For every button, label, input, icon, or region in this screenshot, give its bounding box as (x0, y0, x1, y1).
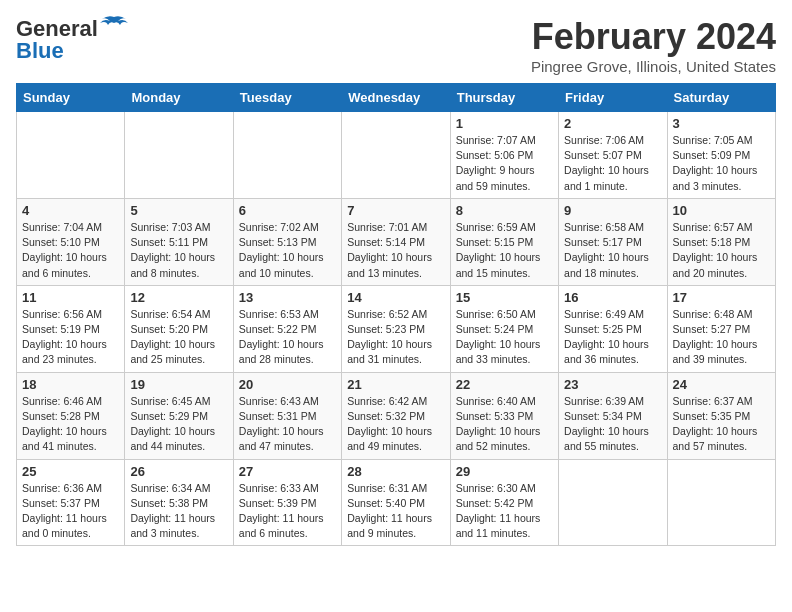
day-info: Sunrise: 6:52 AM Sunset: 5:23 PM Dayligh… (347, 307, 444, 368)
calendar-cell: 14Sunrise: 6:52 AM Sunset: 5:23 PM Dayli… (342, 285, 450, 372)
calendar-cell (17, 112, 125, 199)
calendar-cell: 28Sunrise: 6:31 AM Sunset: 5:40 PM Dayli… (342, 459, 450, 546)
day-number: 7 (347, 203, 444, 218)
logo-blue: Blue (16, 38, 64, 64)
calendar-cell: 8Sunrise: 6:59 AM Sunset: 5:15 PM Daylig… (450, 198, 558, 285)
calendar-cell: 27Sunrise: 6:33 AM Sunset: 5:39 PM Dayli… (233, 459, 341, 546)
day-number: 17 (673, 290, 770, 305)
day-info: Sunrise: 7:02 AM Sunset: 5:13 PM Dayligh… (239, 220, 336, 281)
calendar-cell: 6Sunrise: 7:02 AM Sunset: 5:13 PM Daylig… (233, 198, 341, 285)
calendar-cell: 2Sunrise: 7:06 AM Sunset: 5:07 PM Daylig… (559, 112, 667, 199)
calendar-week-row: 18Sunrise: 6:46 AM Sunset: 5:28 PM Dayli… (17, 372, 776, 459)
day-number: 1 (456, 116, 553, 131)
calendar-cell: 26Sunrise: 6:34 AM Sunset: 5:38 PM Dayli… (125, 459, 233, 546)
calendar-cell: 5Sunrise: 7:03 AM Sunset: 5:11 PM Daylig… (125, 198, 233, 285)
page-header: General Blue February 2024 Pingree Grove… (16, 16, 776, 75)
col-header-friday: Friday (559, 84, 667, 112)
calendar-cell: 4Sunrise: 7:04 AM Sunset: 5:10 PM Daylig… (17, 198, 125, 285)
calendar-cell: 23Sunrise: 6:39 AM Sunset: 5:34 PM Dayli… (559, 372, 667, 459)
calendar-cell: 25Sunrise: 6:36 AM Sunset: 5:37 PM Dayli… (17, 459, 125, 546)
day-info: Sunrise: 6:30 AM Sunset: 5:42 PM Dayligh… (456, 481, 553, 542)
col-header-tuesday: Tuesday (233, 84, 341, 112)
calendar-cell: 9Sunrise: 6:58 AM Sunset: 5:17 PM Daylig… (559, 198, 667, 285)
day-number: 19 (130, 377, 227, 392)
logo-bird-icon (100, 15, 128, 37)
location: Pingree Grove, Illinois, United States (531, 58, 776, 75)
day-info: Sunrise: 6:49 AM Sunset: 5:25 PM Dayligh… (564, 307, 661, 368)
day-info: Sunrise: 6:57 AM Sunset: 5:18 PM Dayligh… (673, 220, 770, 281)
calendar-cell: 20Sunrise: 6:43 AM Sunset: 5:31 PM Dayli… (233, 372, 341, 459)
day-info: Sunrise: 6:48 AM Sunset: 5:27 PM Dayligh… (673, 307, 770, 368)
day-number: 3 (673, 116, 770, 131)
calendar-cell (342, 112, 450, 199)
day-info: Sunrise: 6:56 AM Sunset: 5:19 PM Dayligh… (22, 307, 119, 368)
day-info: Sunrise: 6:36 AM Sunset: 5:37 PM Dayligh… (22, 481, 119, 542)
calendar-table: SundayMondayTuesdayWednesdayThursdayFrid… (16, 83, 776, 546)
day-info: Sunrise: 7:01 AM Sunset: 5:14 PM Dayligh… (347, 220, 444, 281)
day-info: Sunrise: 7:05 AM Sunset: 5:09 PM Dayligh… (673, 133, 770, 194)
day-info: Sunrise: 6:42 AM Sunset: 5:32 PM Dayligh… (347, 394, 444, 455)
day-info: Sunrise: 6:58 AM Sunset: 5:17 PM Dayligh… (564, 220, 661, 281)
day-info: Sunrise: 6:39 AM Sunset: 5:34 PM Dayligh… (564, 394, 661, 455)
day-info: Sunrise: 7:03 AM Sunset: 5:11 PM Dayligh… (130, 220, 227, 281)
day-info: Sunrise: 6:40 AM Sunset: 5:33 PM Dayligh… (456, 394, 553, 455)
day-number: 16 (564, 290, 661, 305)
day-number: 23 (564, 377, 661, 392)
day-number: 18 (22, 377, 119, 392)
calendar-cell: 15Sunrise: 6:50 AM Sunset: 5:24 PM Dayli… (450, 285, 558, 372)
calendar-cell: 24Sunrise: 6:37 AM Sunset: 5:35 PM Dayli… (667, 372, 775, 459)
day-number: 5 (130, 203, 227, 218)
col-header-saturday: Saturday (667, 84, 775, 112)
calendar-cell: 29Sunrise: 6:30 AM Sunset: 5:42 PM Dayli… (450, 459, 558, 546)
day-number: 13 (239, 290, 336, 305)
calendar-week-row: 11Sunrise: 6:56 AM Sunset: 5:19 PM Dayli… (17, 285, 776, 372)
title-block: February 2024 Pingree Grove, Illinois, U… (531, 16, 776, 75)
day-number: 25 (22, 464, 119, 479)
calendar-cell: 11Sunrise: 6:56 AM Sunset: 5:19 PM Dayli… (17, 285, 125, 372)
day-info: Sunrise: 6:53 AM Sunset: 5:22 PM Dayligh… (239, 307, 336, 368)
col-header-sunday: Sunday (17, 84, 125, 112)
calendar-cell: 3Sunrise: 7:05 AM Sunset: 5:09 PM Daylig… (667, 112, 775, 199)
day-number: 15 (456, 290, 553, 305)
calendar-cell: 21Sunrise: 6:42 AM Sunset: 5:32 PM Dayli… (342, 372, 450, 459)
day-number: 20 (239, 377, 336, 392)
calendar-cell: 22Sunrise: 6:40 AM Sunset: 5:33 PM Dayli… (450, 372, 558, 459)
calendar-cell: 12Sunrise: 6:54 AM Sunset: 5:20 PM Dayli… (125, 285, 233, 372)
day-number: 6 (239, 203, 336, 218)
day-number: 9 (564, 203, 661, 218)
day-number: 22 (456, 377, 553, 392)
calendar-cell: 19Sunrise: 6:45 AM Sunset: 5:29 PM Dayli… (125, 372, 233, 459)
logo: General Blue (16, 16, 128, 64)
day-number: 14 (347, 290, 444, 305)
day-number: 4 (22, 203, 119, 218)
day-number: 12 (130, 290, 227, 305)
calendar-cell: 17Sunrise: 6:48 AM Sunset: 5:27 PM Dayli… (667, 285, 775, 372)
day-number: 27 (239, 464, 336, 479)
day-info: Sunrise: 7:04 AM Sunset: 5:10 PM Dayligh… (22, 220, 119, 281)
calendar-cell: 10Sunrise: 6:57 AM Sunset: 5:18 PM Dayli… (667, 198, 775, 285)
day-info: Sunrise: 6:59 AM Sunset: 5:15 PM Dayligh… (456, 220, 553, 281)
day-info: Sunrise: 6:54 AM Sunset: 5:20 PM Dayligh… (130, 307, 227, 368)
calendar-cell (125, 112, 233, 199)
day-info: Sunrise: 6:31 AM Sunset: 5:40 PM Dayligh… (347, 481, 444, 542)
day-number: 2 (564, 116, 661, 131)
day-number: 28 (347, 464, 444, 479)
day-info: Sunrise: 6:33 AM Sunset: 5:39 PM Dayligh… (239, 481, 336, 542)
calendar-cell (559, 459, 667, 546)
day-number: 8 (456, 203, 553, 218)
calendar-week-row: 25Sunrise: 6:36 AM Sunset: 5:37 PM Dayli… (17, 459, 776, 546)
col-header-monday: Monday (125, 84, 233, 112)
day-info: Sunrise: 6:50 AM Sunset: 5:24 PM Dayligh… (456, 307, 553, 368)
day-info: Sunrise: 6:43 AM Sunset: 5:31 PM Dayligh… (239, 394, 336, 455)
day-info: Sunrise: 6:45 AM Sunset: 5:29 PM Dayligh… (130, 394, 227, 455)
calendar-cell: 1Sunrise: 7:07 AM Sunset: 5:06 PM Daylig… (450, 112, 558, 199)
day-info: Sunrise: 7:06 AM Sunset: 5:07 PM Dayligh… (564, 133, 661, 194)
calendar-header-row: SundayMondayTuesdayWednesdayThursdayFrid… (17, 84, 776, 112)
day-number: 21 (347, 377, 444, 392)
calendar-week-row: 4Sunrise: 7:04 AM Sunset: 5:10 PM Daylig… (17, 198, 776, 285)
day-info: Sunrise: 7:07 AM Sunset: 5:06 PM Dayligh… (456, 133, 553, 194)
calendar-cell: 13Sunrise: 6:53 AM Sunset: 5:22 PM Dayli… (233, 285, 341, 372)
month-title: February 2024 (531, 16, 776, 58)
calendar-cell (667, 459, 775, 546)
calendar-cell: 7Sunrise: 7:01 AM Sunset: 5:14 PM Daylig… (342, 198, 450, 285)
